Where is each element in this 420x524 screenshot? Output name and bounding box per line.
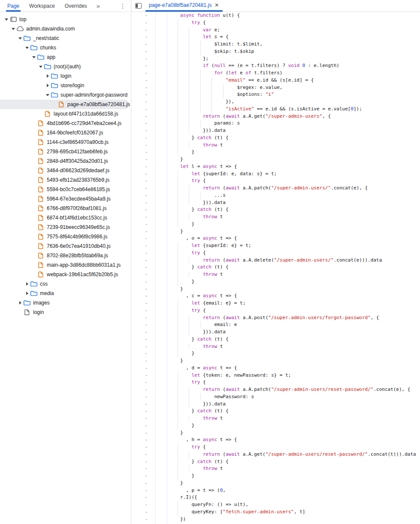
breakpoint-gutter[interactable]	[155, 250, 167, 257]
breakpoint-gutter[interactable]	[155, 113, 167, 120]
tree-item-7239-91beecc96349e65c-js[interactable]: 7239-91beecc96349e65c.js	[0, 222, 131, 232]
line-gutter[interactable]: -	[131, 250, 155, 257]
breakpoint-gutter[interactable]	[155, 106, 167, 113]
code-text[interactable]: throw t	[167, 142, 420, 149]
code-text[interactable]: throw t	[167, 271, 420, 278]
breakpoint-gutter[interactable]	[155, 171, 167, 178]
breakpoint-gutter[interactable]	[155, 278, 167, 286]
line-gutter[interactable]: -	[131, 257, 155, 264]
line-gutter[interactable]: -	[131, 163, 155, 171]
code-text[interactable]: queryKey: ["fetch-super-admin-users", t]	[167, 509, 420, 516]
breakpoint-gutter[interactable]	[155, 206, 167, 213]
code-text[interactable]: return (await a.A.get("/super-admin-user…	[167, 113, 420, 120]
toggle-navigator-icon[interactable]	[131, 0, 145, 12]
code-text[interactable]: return (await a.A.delete("/super-admin-u…	[167, 257, 420, 264]
code-text[interactable]: let {email: e} = t;	[167, 300, 420, 307]
code-text[interactable]: })).data	[167, 329, 420, 336]
code-text[interactable]: throw t	[167, 213, 420, 221]
line-gutter[interactable]: -	[131, 480, 155, 487]
breakpoint-gutter[interactable]	[155, 393, 167, 401]
breakpoint-gutter[interactable]	[155, 221, 167, 228]
code-text[interactable]: return (await a.A.get("/super-admin-user…	[167, 451, 420, 458]
line-gutter[interactable]: -	[131, 156, 155, 163]
line-gutter[interactable]: -	[131, 487, 155, 494]
code-area[interactable]: -async function u(t) {- try {- var e;- l…	[131, 12, 420, 523]
line-gutter[interactable]: -	[131, 149, 155, 156]
code-text[interactable]: }),	[167, 98, 420, 106]
code-text[interactable]: throw t	[167, 415, 420, 422]
line-gutter[interactable]: -	[131, 307, 155, 314]
tree-item-6874-bf14f6d1ebc153cc-js[interactable]: 6874-bf14f6d1ebc153cc.js	[0, 213, 131, 222]
line-gutter[interactable]: -	[131, 84, 155, 91]
code-text[interactable]: } catch (t) {	[167, 264, 420, 271]
breakpoint-gutter[interactable]	[155, 177, 167, 185]
breakpoint-gutter[interactable]	[155, 98, 167, 106]
tab-overrides[interactable]: Overrides	[63, 0, 88, 12]
line-gutter[interactable]: -	[131, 12, 155, 19]
code-text[interactable]: let l = async t => {	[167, 163, 420, 171]
line-gutter[interactable]: -	[131, 62, 155, 70]
line-gutter[interactable]: -	[131, 134, 155, 142]
code-text[interactable]: let {superId: e} = t;	[167, 242, 420, 250]
code-text[interactable]: })).data	[167, 401, 420, 408]
breakpoint-gutter[interactable]	[155, 422, 167, 430]
line-gutter[interactable]: -	[131, 77, 155, 84]
code-text[interactable]: }	[167, 480, 420, 487]
line-gutter[interactable]: -	[131, 509, 155, 516]
line-gutter[interactable]: -	[131, 235, 155, 242]
line-gutter[interactable]: -	[131, 228, 155, 235]
breakpoint-gutter[interactable]	[155, 300, 167, 307]
disclosure-down-icon[interactable]	[24, 47, 30, 49]
disclosure-down-icon[interactable]	[10, 28, 16, 30]
line-gutter[interactable]: -	[131, 19, 155, 27]
tree-item-7636-6e0c7ea41910db40-js[interactable]: 7636-6e0c7ea41910db40.js	[0, 241, 131, 251]
breakpoint-gutter[interactable]	[155, 84, 167, 91]
breakpoint-gutter[interactable]	[155, 444, 167, 451]
code-text[interactable]: queryFn: () => u(t),	[167, 501, 420, 509]
line-gutter[interactable]: -	[131, 501, 155, 509]
code-text[interactable]: })).data	[167, 127, 420, 134]
breakpoint-gutter[interactable]	[155, 494, 167, 501]
code-text[interactable]: try {	[167, 19, 420, 27]
breakpoint-gutter[interactable]	[155, 62, 167, 70]
line-gutter[interactable]: -	[131, 393, 155, 401]
line-gutter[interactable]: -	[131, 41, 155, 48]
file-tab[interactable]: page-e7a08bf5ae720481.js ✕	[145, 0, 223, 12]
breakpoint-gutter[interactable]	[155, 48, 167, 55]
breakpoint-gutter[interactable]	[155, 156, 167, 163]
tree-item-super-admin-forgot-password[interactable]: super-admin/forgot-password	[0, 90, 131, 100]
breakpoint-gutter[interactable]	[155, 228, 167, 235]
breakpoint-gutter[interactable]	[155, 379, 167, 386]
disclosure-down-icon[interactable]	[45, 94, 51, 96]
line-gutter[interactable]: -	[131, 27, 155, 34]
line-gutter[interactable]: -	[131, 55, 155, 63]
line-gutter[interactable]: -	[131, 106, 155, 113]
code-text[interactable]: newPassword: s	[167, 393, 420, 401]
breakpoint-gutter[interactable]	[155, 516, 167, 523]
breakpoint-gutter[interactable]	[155, 27, 167, 34]
code-text[interactable]: params: s	[167, 120, 420, 127]
line-gutter[interactable]: -	[131, 113, 155, 120]
line-gutter[interactable]: -	[131, 171, 155, 178]
disclosure-down-icon[interactable]	[3, 18, 9, 21]
code-text[interactable]: })	[167, 516, 420, 523]
disclosure-right-icon[interactable]	[17, 301, 23, 305]
breakpoint-gutter[interactable]	[155, 213, 167, 221]
tree-item-layout-bf471c31da66d158-js[interactable]: layout-bf471c31da66d158.js	[0, 109, 131, 119]
tree-item-8702-88e28bfb5fdab69a-js[interactable]: 8702-88e28bfb5fdab69a.js	[0, 251, 131, 260]
line-gutter[interactable]: -	[131, 430, 155, 437]
code-text[interactable]: ...s	[167, 192, 420, 199]
breakpoint-gutter[interactable]	[155, 271, 167, 278]
breakpoint-gutter[interactable]	[155, 480, 167, 487]
tree-item-webpack-19b61ac5f62b20b5-js[interactable]: webpack-19b61ac5f62b20b5.js	[0, 270, 131, 279]
line-gutter[interactable]: -	[131, 292, 155, 300]
breakpoint-gutter[interactable]	[155, 458, 167, 466]
code-text[interactable]: let {superId: e, data: s} = t;	[167, 171, 420, 178]
code-text[interactable]: try {	[167, 307, 420, 314]
code-text[interactable]: return (await a.A.patch("/super-admin-us…	[167, 185, 420, 192]
code-text[interactable]: } catch (t) {	[167, 458, 420, 466]
line-gutter[interactable]: -	[131, 436, 155, 444]
code-text[interactable]: , o = async t => {	[167, 235, 420, 242]
code-text[interactable]: }	[167, 472, 420, 480]
breakpoint-gutter[interactable]	[155, 314, 167, 322]
